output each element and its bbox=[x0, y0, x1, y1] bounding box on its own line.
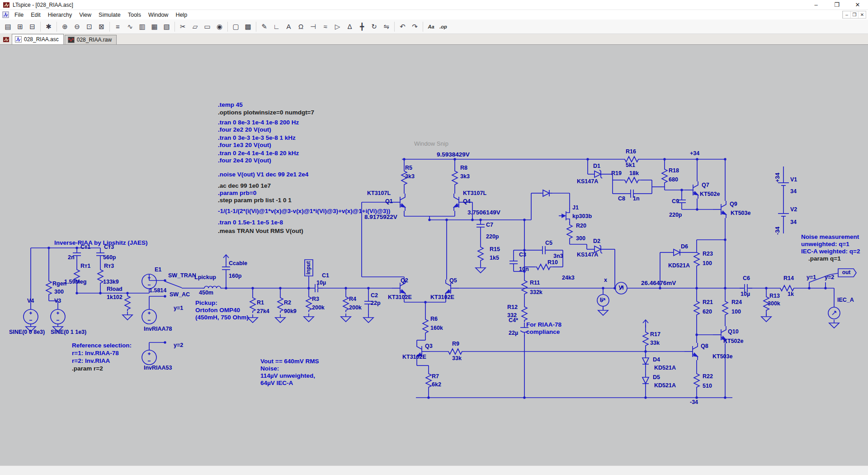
inductor-button[interactable]: ≈ bbox=[319, 21, 331, 33]
pan-button[interactable]: ⊠ bbox=[95, 21, 108, 33]
schematic-label: R4 bbox=[349, 296, 356, 303]
junction-dot bbox=[695, 287, 698, 289]
schematic-label: .tran 0 8e-3 1e-4 1e-8 200 Hz bbox=[218, 119, 299, 126]
schematic-label: .param q=1 bbox=[808, 256, 841, 262]
schematic-label: Q7 bbox=[702, 182, 709, 189]
draw-wire-button[interactable]: ∟ bbox=[270, 21, 283, 33]
junction-dot bbox=[586, 158, 589, 160]
minimize-button[interactable]: – bbox=[806, 0, 826, 10]
schematic-label: 18k bbox=[629, 171, 639, 177]
schematic-label: KT3107L bbox=[463, 190, 486, 197]
text-button[interactable]: Aa bbox=[425, 21, 437, 33]
control-panel-button[interactable]: ✱ bbox=[42, 21, 55, 33]
waveform-viewer-button[interactable]: ∿ bbox=[124, 21, 136, 33]
schematic-label: R9 bbox=[452, 341, 459, 347]
capacitor-button[interactable]: ⊣ bbox=[307, 21, 319, 33]
print-button[interactable]: ▩ bbox=[242, 21, 254, 33]
toolbar: ▤⊞⊟✱⊕⊖⊡⊠≡∿▥▦▧✂▱▭◉▢▩✎∟AΩ⊣≈▷∆╋↻⇋↶↷Aa.op bbox=[0, 19, 868, 34]
flag-symbol bbox=[643, 320, 648, 328]
junction-dot bbox=[808, 287, 810, 289]
new-schematic-button[interactable]: ▤ bbox=[2, 21, 14, 33]
junction-dot bbox=[696, 158, 698, 160]
menu-edit[interactable]: Edit bbox=[27, 11, 44, 19]
mdi-restore-button[interactable]: ❐ bbox=[850, 11, 858, 18]
schematic-label: R21 bbox=[703, 299, 713, 306]
rotate-button[interactable]: ↻ bbox=[368, 21, 380, 33]
schematic-label: unweighted: q=1 bbox=[801, 241, 849, 248]
schematic-label: Rgen bbox=[52, 281, 66, 287]
copy-button[interactable]: ▱ bbox=[189, 21, 201, 33]
gnd-symbol bbox=[248, 314, 258, 323]
spice-directive-button[interactable]: .op bbox=[437, 21, 449, 33]
find-button[interactable]: ◉ bbox=[213, 21, 226, 33]
tile-vertical-button[interactable]: ▥ bbox=[136, 21, 148, 33]
schematic-label: C5 bbox=[545, 240, 552, 247]
close-button[interactable]: ✕ bbox=[847, 0, 868, 10]
net-label-button[interactable]: A bbox=[283, 21, 295, 33]
junction-dot bbox=[724, 287, 726, 289]
schematic-label: KT3107L bbox=[367, 190, 391, 197]
schematic-label: KT503e bbox=[712, 354, 732, 360]
edit-button[interactable]: ✎ bbox=[258, 21, 270, 33]
component-button[interactable]: ∆ bbox=[344, 21, 356, 33]
res-symbol bbox=[722, 299, 728, 317]
schematic-label: Q10 bbox=[728, 329, 739, 335]
junction-dot bbox=[424, 301, 426, 303]
open-file-button[interactable]: ⊞ bbox=[14, 21, 26, 33]
schematic-label: y=2 bbox=[825, 275, 834, 281]
mirror-button[interactable]: ⇋ bbox=[380, 21, 392, 33]
tab-028_RIAA.asc[interactable]: 028_RIAA.asc bbox=[12, 34, 64, 44]
cap-symbol bbox=[509, 256, 518, 269]
menu-simulate[interactable]: Simulate bbox=[95, 11, 124, 19]
zoom-full-extents-button[interactable]: ⊡ bbox=[83, 21, 95, 33]
tab-028_RIAA.raw[interactable]: 028_RIAA.raw bbox=[65, 35, 117, 44]
schematic-label: 300 bbox=[576, 236, 585, 242]
menu-tools[interactable]: Tools bbox=[124, 11, 145, 19]
zoom-in-button[interactable]: ⊕ bbox=[59, 21, 71, 33]
mdi-minimize-button[interactable]: – bbox=[843, 11, 850, 18]
schematic-label: V3 bbox=[54, 298, 61, 304]
npn-symbol bbox=[685, 181, 698, 199]
toolbar-separator bbox=[175, 22, 175, 32]
res-symbol bbox=[778, 285, 797, 291]
paste-button[interactable]: ▭ bbox=[201, 21, 213, 33]
menu-help[interactable]: Help bbox=[172, 11, 191, 19]
vsrc-symbol bbox=[51, 309, 65, 324]
schematic-label: 1.59Meg bbox=[64, 279, 86, 285]
diode-button[interactable]: ▷ bbox=[331, 21, 344, 33]
undo-button[interactable]: ↶ bbox=[396, 21, 409, 33]
print-preview-button[interactable]: ▢ bbox=[230, 21, 242, 33]
mdi-close-button[interactable]: ✕ bbox=[858, 11, 866, 18]
menu-file[interactable]: File bbox=[11, 11, 27, 19]
npn-symbol bbox=[684, 343, 698, 360]
gnd-symbol bbox=[598, 307, 608, 315]
zoom-out-button[interactable]: ⊖ bbox=[71, 21, 83, 33]
res-symbol bbox=[423, 317, 428, 335]
vsrc-symbol bbox=[142, 309, 156, 324]
schematic-label: 160k bbox=[430, 325, 443, 332]
schematic-label: KD521A bbox=[668, 263, 690, 269]
menu-hierarchy[interactable]: Hierarchy bbox=[44, 11, 76, 19]
schematic-label: Rload bbox=[107, 286, 123, 293]
resistor-button[interactable]: Ω bbox=[295, 21, 307, 33]
save-button[interactable]: ⊟ bbox=[26, 21, 38, 33]
schematic-label: R18 bbox=[669, 168, 679, 174]
cascade-button[interactable]: ▧ bbox=[160, 21, 173, 33]
schematic-label: SW_TRAN bbox=[168, 273, 196, 279]
restore-button[interactable]: ❐ bbox=[826, 0, 847, 10]
spice-netlist-button[interactable]: ≡ bbox=[112, 21, 124, 33]
move-button[interactable]: ╋ bbox=[356, 21, 368, 33]
junction-dot bbox=[680, 189, 683, 191]
menu-window[interactable]: Window bbox=[145, 11, 172, 19]
tile-horizontal-button[interactable]: ▦ bbox=[148, 21, 160, 33]
gnd-symbol bbox=[123, 312, 132, 320]
redo-button[interactable]: ↷ bbox=[409, 21, 421, 33]
app-icon bbox=[3, 1, 10, 9]
schematic-label: Vi bbox=[618, 285, 623, 291]
schematic-label: KT502e bbox=[700, 191, 720, 198]
cut-button[interactable]: ✂ bbox=[177, 21, 189, 33]
schematic-canvas[interactable]: .temp 45.options plotwinsize=0 numdgt=7.… bbox=[0, 45, 868, 466]
junction-dot bbox=[367, 287, 369, 289]
menu-view[interactable]: View bbox=[75, 11, 95, 19]
schematic-label: r=1: Inv.RIAA-78 bbox=[72, 350, 119, 357]
